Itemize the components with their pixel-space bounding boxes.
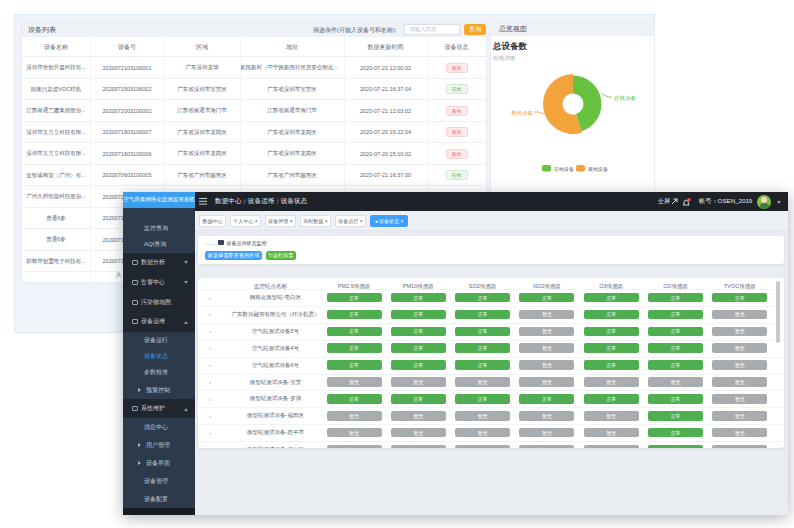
svg-text:离线设备: 离线设备: [511, 110, 534, 116]
svg-text:在线设备: 在线设备: [614, 95, 637, 101]
svg-text:离线设备: 离线设备: [588, 166, 608, 172]
svg-text:在线设备: 在线设备: [554, 166, 574, 172]
